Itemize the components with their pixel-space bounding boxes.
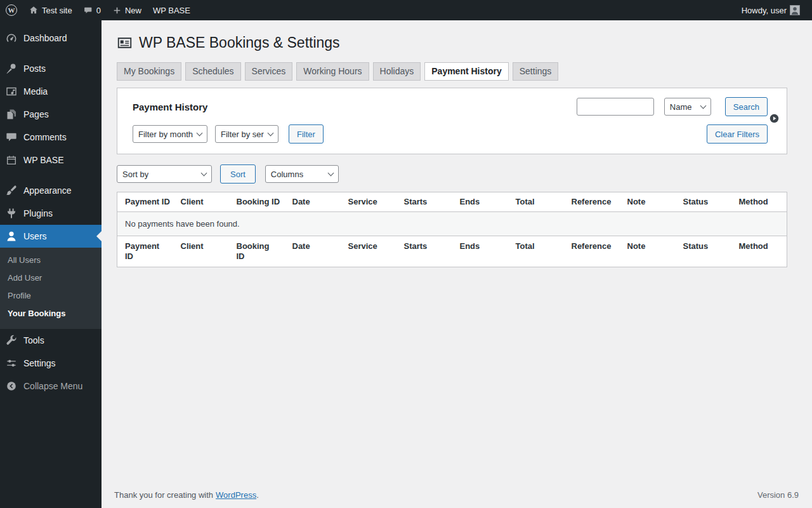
tab-my-bookings[interactable]: My Bookings [117,62,181,81]
sort-bar: Sort by Sort Columns [117,164,787,184]
submenu-item-all-users[interactable]: All Users [0,251,102,269]
user-avatar [790,5,800,15]
my-account-menu[interactable]: Howdy, user [736,0,806,20]
payment-search-input[interactable] [577,98,654,116]
posts-icon [5,62,18,75]
sort-by-select[interactable]: Sort by [117,165,212,183]
new-label: New [125,6,141,15]
search-button[interactable]: Search [725,97,768,116]
col-footer-date[interactable]: Date [285,236,341,267]
submenu-item-profile[interactable]: Profile [0,287,102,305]
sidebar-item-dashboard[interactable]: Dashboard [0,27,102,50]
tab-working-hours[interactable]: Working Hours [296,62,369,81]
sidebar-label: Plugins [23,208,53,219]
col-footer-ends[interactable]: Ends [452,236,508,267]
comments-icon [5,131,18,144]
filter-service-select[interactable]: Filter by service [215,125,278,143]
table-head: Payment ID Client Booking ID Date Servic… [117,192,787,212]
sidebar-item-plugins[interactable]: Plugins [0,202,102,225]
col-footer-method[interactable]: Method [731,236,787,267]
col-header-payment-id[interactable]: Payment ID [117,192,173,212]
wp-base-adminbar-label: WP BASE [153,6,190,15]
tab-settings[interactable]: Settings [513,62,559,81]
sidebar-label: Pages [23,109,49,120]
tab-payment-history[interactable]: Payment History [424,62,508,81]
col-footer-client[interactable]: Client [173,236,229,267]
sort-button[interactable]: Sort [220,164,256,184]
col-header-method[interactable]: Method [731,192,787,212]
col-header-starts[interactable]: Starts [396,192,452,212]
col-footer-starts[interactable]: Starts [396,236,452,267]
columns-select[interactable]: Columns [265,165,339,183]
col-footer-total[interactable]: Total [508,236,564,267]
col-header-total[interactable]: Total [508,192,564,212]
footer-period: . [256,490,259,500]
id-card-icon [117,35,133,51]
wordpress-link[interactable]: WordPress [216,490,256,500]
sidebar-label: Settings [23,358,56,369]
wordpress-logo-menu[interactable]: W [0,0,23,20]
admin-sidebar: Dashboard Posts Media Pages Comments WP … [0,20,102,508]
table-foot: Payment ID Client Booking ID Date Servic… [117,236,787,267]
filter-row: Filter by month/week Filter by service F… [133,124,768,144]
col-header-client[interactable]: Client [173,192,229,212]
dashboard-icon [5,32,18,44]
col-footer-service[interactable]: Service [341,236,396,267]
tab-holidays[interactable]: Holidays [373,62,421,81]
submenu-item-add-user[interactable]: Add User [0,269,102,287]
comment-bubble-icon [84,6,93,15]
col-header-service[interactable]: Service [341,192,396,212]
payment-history-panel: Payment History Name Search Filter by mo… [117,88,787,154]
sidebar-item-users[interactable]: Users [0,225,102,248]
wp-base-adminbar-link[interactable]: WP BASE [147,0,196,20]
page-title: WP BASE Bookings & Settings [117,33,787,52]
tab-schedules[interactable]: Schedules [185,62,240,81]
sidebar-item-tools[interactable]: Tools [0,329,102,352]
col-header-date[interactable]: Date [285,192,341,212]
col-footer-booking-id[interactable]: Booking ID [229,236,285,267]
submenu-item-your-bookings[interactable]: Your Bookings [0,305,102,323]
chevron-down-icon [197,130,203,137]
plus-icon [112,6,122,15]
collapse-menu-button[interactable]: Collapse Menu [0,375,102,398]
adminbar-right: Howdy, user [736,0,812,20]
admin-footer: Thank you for creating with WordPress. V… [102,490,812,508]
col-header-ends[interactable]: Ends [452,192,508,212]
sidebar-item-wp-base[interactable]: WP BASE [0,149,102,171]
menu-separator [0,171,102,179]
new-content-menu[interactable]: New [107,0,147,20]
comments-count: 0 [96,6,101,15]
sidebar-label: Appearance [23,185,72,196]
sidebar-label: Dashboard [23,32,67,44]
active-menu-arrow [96,231,102,241]
sidebar-item-posts[interactable]: Posts [0,57,102,80]
col-header-reference[interactable]: Reference [564,192,620,212]
sidebar-item-appearance[interactable]: Appearance [0,179,102,202]
col-footer-status[interactable]: Status [676,236,731,267]
sidebar-label: Tools [23,335,44,346]
col-footer-reference[interactable]: Reference [564,236,620,267]
users-submenu: All Users Add User Profile Your Bookings [0,248,102,329]
col-header-note[interactable]: Note [620,192,676,212]
chevron-down-icon [268,130,274,137]
col-footer-note[interactable]: Note [620,236,676,267]
admin-bar: W Test site 0 New WP BASE Howdy, user [0,0,812,20]
col-footer-payment-id[interactable]: Payment ID [117,236,173,267]
clear-filters-button[interactable]: Clear Filters [707,124,768,144]
sidebar-item-settings[interactable]: Settings [0,352,102,375]
site-name-link[interactable]: Test site [23,0,78,20]
expand-panel-icon[interactable] [769,114,779,123]
filter-month-select[interactable]: Filter by month/week [133,125,207,143]
sidebar-item-media[interactable]: Media [0,80,102,103]
col-header-booking-id[interactable]: Booking ID [229,192,285,212]
tab-services[interactable]: Services [245,62,293,81]
main-content: WP BASE Bookings & Settings My Bookings … [102,20,812,508]
collapse-menu-label: Collapse Menu [23,380,82,392]
col-header-status[interactable]: Status [676,192,731,212]
sidebar-item-pages[interactable]: Pages [0,103,102,126]
sidebar-item-comments[interactable]: Comments [0,126,102,149]
search-field-select[interactable]: Name [664,98,711,116]
chevron-down-icon [327,170,334,177]
comments-shortcut[interactable]: 0 [78,0,107,20]
filter-button[interactable]: Filter [289,124,324,144]
